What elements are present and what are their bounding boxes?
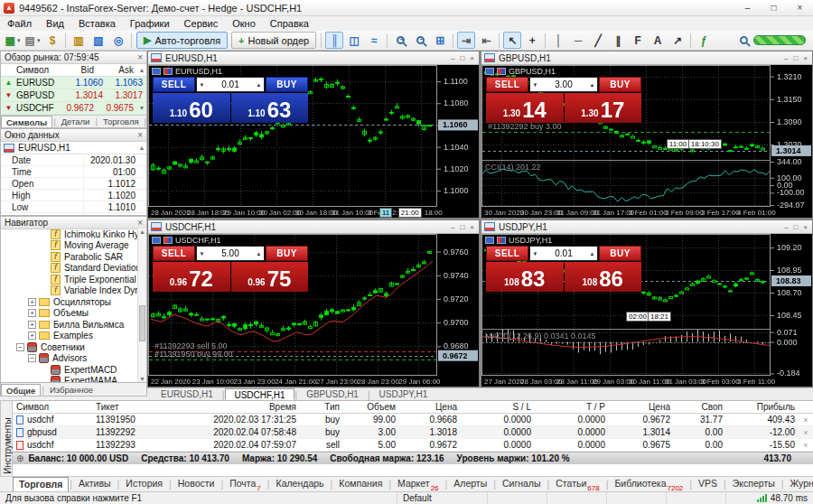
close-icon[interactable]: × (137, 219, 143, 228)
terminal-tab-Торговля[interactable]: Торговля (13, 477, 69, 491)
terminal-tab-Активы[interactable]: Активы (73, 477, 117, 491)
nav-item-Ichimoku Kinko Hyo[interactable]: fIchimoku Kinko Hyo (1, 229, 146, 240)
arrows-tool-icon[interactable]: ↗ (668, 32, 687, 49)
terminal-tab-Компания[interactable]: Компания (333, 477, 388, 491)
chart-titlebar[interactable]: EURUSD,H1–□× (148, 51, 479, 65)
text-tool-icon[interactable]: A (649, 32, 667, 49)
candles-icon[interactable]: ◫ (345, 32, 363, 49)
menu-4[interactable]: Сервис (177, 17, 226, 30)
terminal-tab-VPS[interactable]: VPS (693, 477, 723, 491)
tile-windows-icon[interactable]: ⊞ (431, 32, 449, 49)
menu-6[interactable]: Справка (263, 17, 316, 30)
expand-icon[interactable]: ⊕ (16, 453, 23, 463)
volume-stepper[interactable]: ▼5.00▲ (196, 246, 265, 261)
terminal-tab-Новости[interactable]: Новости (173, 477, 220, 491)
market-watch-icon[interactable]: ▥ (70, 32, 88, 49)
one-click-icon[interactable] (152, 237, 161, 244)
sell-price[interactable]: 0.9672 (153, 262, 230, 292)
chart-titlebar[interactable]: USDCHF,H1–□× (148, 220, 479, 234)
close-icon[interactable]: × (137, 131, 143, 140)
zoom-out-icon[interactable]: − (411, 32, 429, 49)
chart-close-button[interactable]: × (803, 54, 808, 62)
terminal-tab-История[interactable]: История (120, 477, 168, 491)
volume-down-icon[interactable]: ▼ (530, 82, 540, 88)
chart-minimize-button[interactable]: – (784, 54, 788, 62)
market-watch-row[interactable]: ▼GBPUSD1.30141.3017 (1, 89, 146, 102)
chart-shift-icon[interactable]: ⇤ (477, 32, 495, 49)
chart-titlebar[interactable]: GBPUSD,H1–□× (481, 51, 812, 65)
terminal-col-T / P[interactable]: T / P (535, 402, 609, 412)
volume-up-icon[interactable]: ▲ (587, 251, 597, 257)
auto-scroll-icon[interactable]: ⇥ (457, 32, 475, 49)
nav-item-Билла Вильямса[interactable]: +Билла Вильямса (1, 319, 146, 331)
terminal-col-Своп[interactable]: Своп (674, 402, 726, 412)
nav-item-Variable Index Dynamic A[interactable]: fVariable Index Dynamic A (1, 285, 146, 297)
chart-close-button[interactable]: × (803, 223, 808, 231)
nav-item-ExpertMACD[interactable]: ExpertMACD (1, 364, 146, 376)
depth-of-market-icon[interactable] (164, 68, 173, 75)
tab-Детали[interactable]: Детали (57, 117, 95, 126)
buy-button[interactable]: BUY (266, 246, 308, 261)
terminal-tab-Эксперты[interactable]: Эксперты (727, 477, 780, 491)
chart-close-button[interactable]: × (470, 223, 474, 231)
tab-Символы[interactable]: Символы (1, 116, 52, 127)
terminal-row[interactable]: usdchf113922932020.02.04 07:59:07sell5.0… (13, 439, 813, 452)
terminal-col-Цена[interactable]: Цена (399, 402, 461, 412)
bars-icon[interactable]: ║ (325, 32, 343, 49)
fibonacci-icon[interactable]: F (629, 32, 647, 49)
volume-down-icon[interactable]: ▼ (530, 251, 540, 257)
terminal-col-Тикет[interactable]: Тикет (92, 402, 168, 412)
terminal-row[interactable]: usdchf113919502020.02.03 17:31:25buy99.0… (13, 414, 813, 426)
chart-minimize-button[interactable]: – (784, 223, 788, 231)
one-click-icon[interactable] (485, 237, 494, 244)
expand-icon[interactable]: + (28, 331, 36, 340)
terminal-col-Тип[interactable]: Тип (300, 402, 343, 412)
crosshair-icon[interactable]: + (523, 32, 541, 49)
volume-stepper[interactable]: ▼0.01▲ (196, 77, 265, 92)
volume-down-icon[interactable]: ▼ (197, 251, 207, 257)
volume-up-icon[interactable]: ▲ (254, 82, 264, 88)
horizontal-line-icon[interactable]: ─ (569, 32, 587, 49)
depth-of-market-icon[interactable] (164, 237, 173, 244)
cursor-icon[interactable]: ↖ (503, 32, 521, 49)
chart-tab-USDJPY,H1[interactable]: USDJPY,H1 (371, 388, 436, 400)
indicators-icon[interactable]: ƒ (695, 32, 713, 49)
depth-of-market-icon[interactable] (497, 237, 506, 244)
chart-tab-EURUSD,H1[interactable]: EURUSD,H1 (153, 388, 221, 400)
chart-restore-button[interactable]: □ (793, 223, 798, 231)
terminal-tab-Маркет[interactable]: Маркет26 (392, 477, 444, 491)
chart-tab-USDCHF,H1[interactable]: USDCHF,H1 (225, 388, 294, 400)
depth-of-market-icon[interactable] (497, 68, 506, 75)
terminal-tab-Сигналы[interactable]: Сигналы (497, 477, 547, 491)
sell-button[interactable]: SELL (486, 77, 528, 92)
volume-up-icon[interactable]: ▲ (587, 82, 597, 88)
terminal-col-S / L[interactable]: S / L (461, 402, 535, 412)
volume-up-icon[interactable]: ▲ (254, 251, 264, 257)
nav-item-Triple Exponential Movin[interactable]: fTriple Exponential Movin (1, 274, 146, 285)
sell-price[interactable]: 1.3014 (486, 93, 564, 123)
nav-item-Examples[interactable]: +Examples (1, 331, 146, 342)
tab-Избранное[interactable]: Избранное (45, 385, 98, 395)
zoom-in-icon[interactable]: + (391, 32, 409, 49)
close-button[interactable]: × (787, 0, 813, 15)
terminal-tab-Календарь[interactable]: Календарь (271, 477, 330, 491)
nav-item-Standard Deviation[interactable]: fStandard Deviation (1, 263, 146, 275)
autotrade-button[interactable]: ▶Авто-торговля (136, 32, 228, 49)
scroll-up-icon[interactable]: ▲ (137, 145, 146, 151)
terminal-tab-Статьи[interactable]: Статьи678 (550, 477, 604, 491)
tab-Торговля[interactable]: Торговля (98, 117, 144, 126)
expand-icon[interactable]: + (28, 298, 36, 306)
expand-icon[interactable]: + (28, 321, 36, 329)
menu-2[interactable]: Вставка (71, 17, 123, 30)
terminal-col-Время[interactable]: Время (168, 402, 300, 412)
terminal-tab-Библиотека[interactable]: Библиотека7202 (609, 477, 688, 491)
menu-1[interactable]: Вид (39, 17, 71, 30)
chart-close-button[interactable]: × (470, 54, 474, 62)
col-bid[interactable]: Bid (58, 65, 98, 75)
chart-titlebar[interactable]: USDJPY,H1–□× (481, 220, 812, 234)
scroll-up-icon[interactable]: ▲ (137, 67, 146, 73)
sell-price[interactable]: 10883 (486, 262, 564, 292)
status-profile[interactable]: Default (397, 492, 488, 504)
one-click-icon[interactable] (485, 68, 494, 75)
chart-restore-button[interactable]: □ (460, 223, 464, 231)
